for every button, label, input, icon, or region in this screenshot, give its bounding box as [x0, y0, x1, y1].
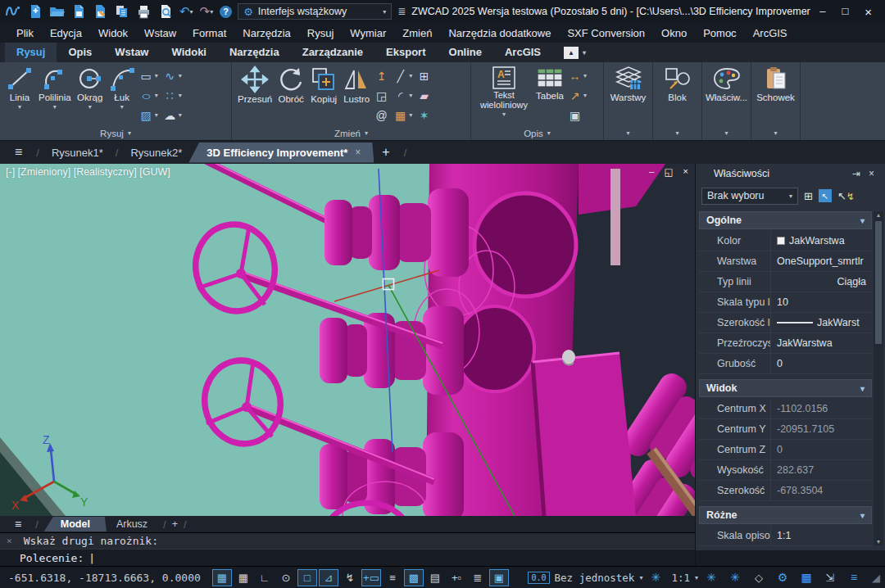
lineweight-icon[interactable]: ≡ — [383, 569, 402, 586]
schowek-button[interactable]: Schowek — [754, 65, 797, 103]
kopiuj-button[interactable]: Kopiuj — [307, 65, 340, 105]
property-row-typ-linii[interactable]: Typ linii Ciągła — [699, 272, 872, 292]
publish-copy-icon[interactable] — [114, 4, 129, 19]
viewport[interactable]: Z X Y [-] [Zmieniony] [Realistyczny] [GU… — [0, 164, 695, 516]
command-history-row[interactable]: × Wskaż drugi narożnik: — [0, 532, 695, 549]
ribbon-tab-online[interactable]: Online — [438, 43, 493, 62]
lustro-button[interactable]: Lustro — [340, 65, 373, 105]
selection-dropdown[interactable]: Brak wyboru ▾ — [701, 188, 798, 205]
menu-plik[interactable]: Plik — [8, 25, 42, 41]
ribbon-tab-rysuj[interactable]: Rysuj — [5, 43, 57, 62]
doc-tab-3d-efficiency[interactable]: 3D Efficiency Improvement* × — [188, 142, 374, 163]
menu-wymiar[interactable]: Wymiar — [342, 25, 394, 41]
units-dropdown[interactable]: Bez jednostek — [552, 572, 638, 584]
toggle-pickadd-icon[interactable]: ↖↯ — [837, 190, 855, 202]
point-button[interactable]: ∷▾ — [161, 87, 184, 104]
command-input-row[interactable]: Polecenie: | — [0, 549, 695, 566]
property-row-skala-opisowa[interactable]: Skala opiso 1:1 — [699, 526, 872, 546]
tabela-button[interactable]: Tabela — [533, 65, 566, 102]
erase-button[interactable]: ▰ — [415, 87, 433, 104]
object-snap-tracking-icon[interactable]: ⊿ — [319, 569, 338, 586]
properties-scrollbar[interactable]: ▴ ▾ — [874, 211, 883, 545]
close-properties-icon[interactable]: × — [865, 168, 878, 179]
undo-button[interactable]: ↶▾ — [179, 4, 193, 19]
property-row-szerokosc-linii[interactable]: Szerokość linii JakWarst — [699, 313, 872, 333]
hatch-button[interactable]: ▨▾ — [138, 106, 160, 124]
fullscreen-icon[interactable]: ⇲ — [820, 569, 840, 586]
linia-button[interactable]: Linia ▾ — [3, 65, 36, 111]
annotation-visible-icon[interactable]: ✳ — [701, 569, 721, 586]
hardware-accel-icon[interactable]: ▦ — [796, 569, 816, 586]
explode-button[interactable]: ✶ — [415, 106, 433, 124]
new-layout-button[interactable]: + — [172, 518, 178, 530]
tekst-wieloliniowy-button[interactable]: A Tekst wieloliniowy ▾ — [474, 65, 533, 119]
snap-grid-icon[interactable]: ▦ — [212, 569, 232, 586]
polilinia-button[interactable]: Polilinia ▾ — [36, 65, 74, 111]
panel-wlasciwosci-footer[interactable]: ▾ — [702, 126, 751, 140]
tab-model[interactable]: Model — [44, 517, 107, 531]
close-button[interactable]: × — [865, 5, 872, 19]
menu-edycja[interactable]: Edycja — [42, 25, 90, 41]
panel-blok-footer[interactable]: ▾ — [653, 126, 701, 140]
caret-down-icon[interactable]: ▾ — [502, 111, 506, 118]
caret-down-icon[interactable]: ▾ — [583, 49, 586, 57]
okrag-button[interactable]: Okrąg ▾ — [74, 65, 107, 111]
viewport-sync-icon[interactable]: ▣ — [489, 569, 509, 586]
new-file-icon[interactable] — [28, 4, 43, 19]
doc-tab-rysunek1[interactable]: Rysunek1* — [45, 142, 110, 163]
ellipse-button[interactable]: ○▾ — [138, 87, 160, 104]
caret-down-icon[interactable]: ▾ — [639, 574, 642, 581]
ortho-icon[interactable]: ∟ — [255, 569, 275, 586]
property-row-szerokosc[interactable]: Szerokość -678.3504 — [699, 481, 872, 501]
property-row-przezroczystosc[interactable]: Przeźroczyst... JakWarstwa — [699, 333, 872, 354]
print-icon[interactable] — [136, 4, 152, 19]
przesun-button[interactable]: Przesuń — [235, 65, 275, 105]
caret-down-icon[interactable]: ▾ — [695, 574, 698, 581]
annotation-monitor-icon[interactable]: +▫ — [447, 569, 466, 586]
menu-wstaw[interactable]: Wstaw — [136, 25, 184, 41]
vp-close-button[interactable]: × — [683, 166, 688, 178]
array-button[interactable]: ▦▾ — [392, 106, 414, 124]
menu-arcgis[interactable]: ArcGIS — [745, 25, 796, 41]
grid-display-icon[interactable]: ▦ — [234, 569, 253, 586]
close-tab-icon[interactable]: × — [355, 147, 361, 158]
help-icon[interactable]: ? — [220, 6, 232, 18]
vp-restore-button[interactable]: ◱ — [664, 166, 673, 178]
menu-okno[interactable]: Okno — [653, 25, 695, 41]
panel-zmien-footer[interactable]: Zmień ▾ — [232, 126, 470, 140]
menu-pomoc[interactable]: Pomoc — [695, 25, 744, 41]
menu-widok[interactable]: Widok — [90, 25, 136, 41]
redo-button[interactable]: ↷▾ — [200, 4, 214, 19]
ribbon-tab-wstaw[interactable]: Wstaw — [103, 43, 160, 62]
scroll-down-icon[interactable]: ▾ — [877, 538, 880, 545]
menu-sxf-conversion[interactable]: SXF Conversion — [559, 25, 653, 41]
menu-narzedzia[interactable]: Narzędzia — [234, 25, 299, 41]
purge-button[interactable]: @ — [373, 106, 390, 124]
ribbon-collapse-control[interactable]: ▲ ▾ — [564, 43, 586, 62]
property-row-wysokosc[interactable]: Wysokość 282.637 — [699, 460, 872, 481]
ribbon-tab-zarzadzanie[interactable]: Zarządzanie — [291, 43, 374, 62]
vp-minimize-button[interactable]: – — [649, 166, 654, 178]
caret-down-icon[interactable]: ▾ — [18, 103, 21, 111]
leader-button[interactable]: ↗▾ — [566, 87, 588, 104]
units-icon[interactable]: 0.0 — [528, 572, 549, 584]
revision-cloud-button[interactable]: ☁▾ — [161, 106, 184, 124]
offset-button[interactable]: ◲ — [373, 87, 390, 104]
trim-button[interactable]: ╱▾ — [392, 67, 414, 84]
align-button[interactable]: ⊞ — [415, 67, 433, 84]
settings-gear-icon[interactable]: ⚙ — [773, 569, 792, 586]
scroll-up-icon[interactable]: ▴ — [877, 211, 880, 219]
select-objects-icon[interactable]: ↖ — [819, 189, 832, 202]
caret-down-icon[interactable]: ▾ — [190, 8, 193, 16]
property-row-centrum-z[interactable]: Centrum Z 0 — [699, 440, 872, 460]
transparency-icon[interactable]: ▩ — [404, 569, 424, 586]
layout-tabs-menu-icon[interactable]: ≡ — [7, 518, 30, 531]
open-folder-icon[interactable] — [49, 4, 65, 19]
quick-properties-icon[interactable]: ▤ — [425, 569, 445, 586]
doc-tabs-menu-icon[interactable]: ≡ — [7, 145, 30, 160]
viewport-3d-scene[interactable]: Z X Y — [0, 164, 695, 516]
panel-warstwy-footer[interactable]: ▾ — [604, 126, 652, 140]
save-as-icon[interactable] — [93, 4, 107, 19]
ribbon-tab-eksport[interactable]: Eksport — [374, 43, 437, 62]
annotation-lines-icon[interactable]: ≣ — [468, 569, 488, 586]
